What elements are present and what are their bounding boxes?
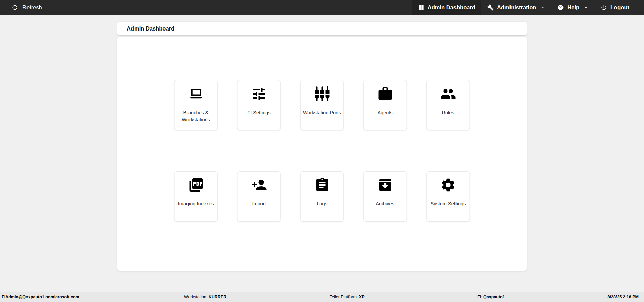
tile-roles[interactable]: Roles [427,80,470,130]
status-teller-platform-value: XP [359,295,365,299]
nav-item-help[interactable]: Help [551,0,595,15]
page-title-card: Admin Dashboard [117,22,527,35]
chevron-down-icon [540,5,545,10]
nav-item-label: Logout [610,4,629,11]
top-bar-left: Refresh [0,0,48,15]
tile-label: Logs [315,200,329,207]
nav-item-label: Administration [497,4,536,11]
help-icon [557,4,564,11]
status-workstation-value: KURRER [209,295,226,299]
tile-agents[interactable]: Agents [364,80,407,130]
status-teller-platform: Teller Platform: XP [330,292,365,302]
gear-icon [440,177,456,193]
tile-imaging-indexes[interactable]: Imaging Indexes [174,171,218,222]
status-bar: FiAdmin@Qaxpauto1.onmicrosoft.com Workst… [0,292,644,302]
status-workstation: Workstation: KURRER [184,292,226,302]
nav-item-administration[interactable]: Administration [481,0,551,15]
top-bar: Refresh Admin Dashboard Administration H… [0,0,644,15]
tile-label: System Settings [429,200,468,207]
status-fi-label: FI: [477,295,482,299]
briefcase-icon [377,86,393,102]
chevron-down-icon [583,5,589,10]
pdf-icon [188,177,204,193]
tile-system-settings[interactable]: System Settings [427,171,470,222]
tile-label: FI Settings [245,109,272,116]
tile-workstation-ports[interactable]: Workstation Ports [301,80,344,130]
status-teller-platform-label: Teller Platform: [330,295,358,299]
tile-fi-settings[interactable]: FI Settings [237,80,281,130]
archive-icon [377,177,393,193]
laptop-icon [188,86,204,102]
tile-label: Imaging Indexes [176,200,216,207]
wrench-icon [487,4,494,11]
refresh-label: Refresh [22,4,42,11]
tile-label: Import [250,200,268,207]
nav-item-label: Admin Dashboard [428,4,475,11]
tile-label: Workstation Ports [301,109,343,116]
nav-item-label: Help [567,4,579,11]
top-bar-nav: Admin Dashboard Administration Help L [412,0,644,15]
status-datetime: 8/28/25 2:16 PM [608,292,639,302]
tile-label: Archives [374,200,396,207]
sliders-icon [251,86,267,102]
status-user-email: FiAdmin@Qaxpauto1.onmicrosoft.com [2,292,79,302]
page-title: Admin Dashboard [127,25,174,32]
status-workstation-label: Workstation: [184,295,207,299]
nav-item-logout[interactable]: Logout [595,0,635,15]
status-fi-value: Qaxpauto1 [483,295,505,299]
status-fi: FI: Qaxpauto1 [477,292,505,302]
tile-label: Branches & Workstations [175,109,217,123]
tile-import[interactable]: Import [237,171,281,222]
people-icon [440,86,456,102]
nav-item-admin-dashboard[interactable]: Admin Dashboard [412,0,481,15]
tile-branches-workstations[interactable]: Branches & Workstations [174,80,218,130]
tile-logs[interactable]: Logs [301,171,344,222]
tile-label: Agents [375,109,394,116]
dashboard-panel: Branches & Workstations FI Settings Work… [117,37,527,271]
tile-label: Roles [440,109,456,116]
tile-archives[interactable]: Archives [364,171,407,222]
power-icon [601,4,607,11]
refresh-icon [11,4,18,11]
dashboard-icon [418,4,424,11]
refresh-button[interactable]: Refresh [0,0,48,15]
person-add-icon [251,177,267,193]
tile-grid: Branches & Workstations FI Settings Work… [174,80,470,222]
ports-icon [314,86,330,102]
clipboard-icon [314,177,330,193]
